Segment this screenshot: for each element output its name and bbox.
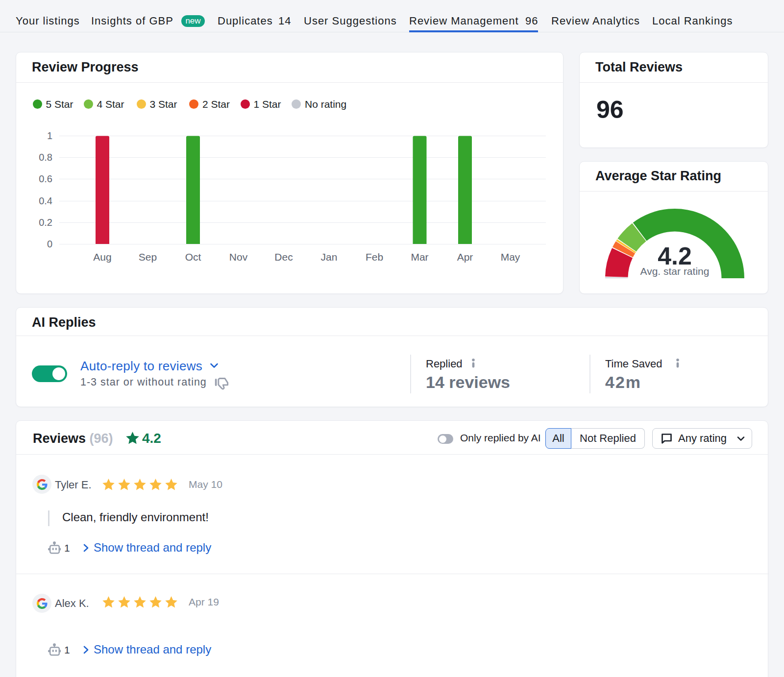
svg-text:Apr: Apr: [457, 251, 473, 263]
svg-text:Feb: Feb: [366, 251, 383, 263]
svg-text:May: May: [501, 251, 520, 263]
svg-text:0.4: 0.4: [39, 195, 52, 206]
svg-text:Jan: Jan: [321, 251, 338, 263]
svg-text:0.8: 0.8: [39, 152, 52, 163]
svg-text:Aug: Aug: [93, 251, 111, 263]
svg-text:Avg. star rating: Avg. star rating: [640, 266, 710, 277]
svg-text:Nov: Nov: [229, 251, 248, 263]
svg-text:0.6: 0.6: [39, 173, 52, 184]
svg-text:0.2: 0.2: [39, 217, 52, 228]
svg-text:1: 1: [47, 130, 52, 141]
svg-text:Mar: Mar: [411, 251, 428, 263]
svg-text:Dec: Dec: [274, 251, 293, 263]
svg-text:Sep: Sep: [139, 251, 157, 263]
svg-text:0: 0: [47, 239, 52, 249]
svg-text:Oct: Oct: [185, 251, 201, 263]
